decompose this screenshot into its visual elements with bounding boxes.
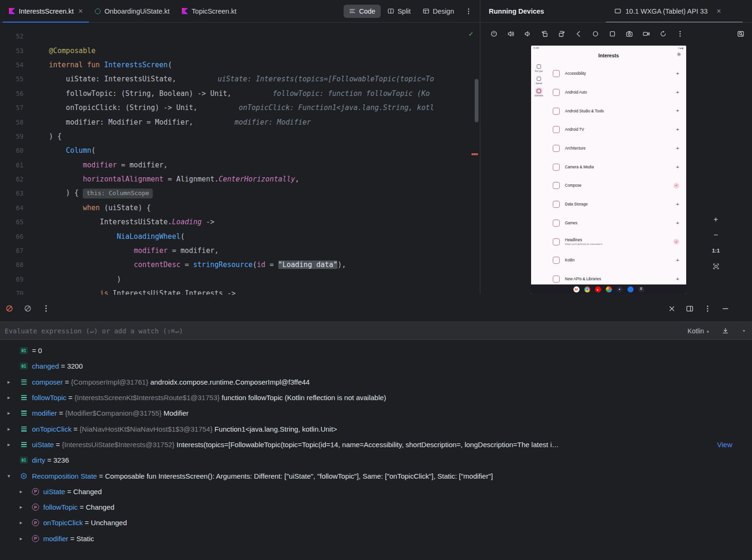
follow-plus-icon[interactable]: + [676, 90, 679, 95]
layout-settings-icon[interactable] [686, 305, 694, 313]
expand-chevron-icon[interactable]: ▾ [8, 473, 20, 479]
all-apps-app-icon[interactable]: ⠿ [638, 286, 644, 292]
followed-check-icon[interactable]: ✓ [674, 183, 679, 189]
follow-plus-icon[interactable]: + [676, 146, 679, 151]
zoom-in-button[interactable]: + [710, 213, 722, 226]
watch-row-composer[interactable]: ▸composer = {ComposerImpl@31761} android… [0, 374, 752, 390]
inspections-ok-icon[interactable]: ✓ [469, 29, 473, 38]
topic-row-data-storage[interactable]: Data Storage+ [548, 195, 686, 214]
fit-to-screen-icon[interactable] [710, 260, 722, 272]
watch-row-followtopic[interactable]: ▸followTopic = {InterestsScreenKt$Intere… [0, 390, 752, 405]
power-icon[interactable] [490, 30, 498, 38]
expand-chevron-icon[interactable]: ▸ [8, 442, 20, 448]
topic-row-android-studio-tools[interactable]: Android Studio & Tools+ [548, 102, 686, 120]
follow-plus-icon[interactable]: + [676, 276, 679, 282]
compose-recomposition-icon[interactable] [5, 304, 14, 313]
view-mode-design[interactable]: Design [417, 5, 459, 18]
panel-more-icon[interactable] [704, 305, 712, 313]
topic-row-android-auto[interactable]: Android Auto+ [548, 83, 686, 102]
compose-skip-icon[interactable] [24, 304, 32, 313]
device-screen[interactable]: 5:05 ▾▰▮ Interests For youSavedInterests… [531, 46, 686, 294]
more-icon[interactable] [676, 30, 684, 38]
topic-row-new-apis-libraries[interactable]: New APIs & Libraries+ [548, 270, 686, 284]
gmail-app-icon[interactable]: M [573, 286, 580, 292]
debug-more-icon[interactable] [42, 304, 50, 313]
expand-chevron-icon[interactable]: ▸ [8, 426, 20, 432]
topic-row-compose[interactable]: Compose✓ [548, 176, 686, 195]
nav-rail-saved[interactable]: Saved [536, 77, 542, 85]
watch-row-ontopicclick[interactable]: ▸PonTopicClick = Unchanged [0, 515, 752, 530]
follow-plus-icon[interactable]: + [676, 108, 679, 114]
editor-more-icon[interactable] [465, 8, 472, 15]
watch-row-changed[interactable]: 01changed = 3200 [0, 358, 752, 374]
topic-row-accessibility[interactable]: Accessibility+ [548, 64, 686, 83]
app1-app-icon[interactable]: ● [617, 286, 623, 292]
follow-plus-icon[interactable]: + [676, 127, 679, 133]
watch-row-modifier[interactable]: ▸modifier = {Modifier$Companion@31755} M… [0, 405, 752, 421]
language-selector[interactable]: Kotlin ▴ [688, 327, 709, 335]
zoom-reset-button[interactable]: 1:1 [710, 245, 722, 257]
follow-plus-icon[interactable]: + [676, 71, 679, 77]
rotate-left-icon[interactable] [541, 30, 548, 38]
followed-check-icon[interactable]: ✓ [674, 239, 679, 245]
code-editor[interactable]: 5253@Composable54internal fun InterestsS… [0, 23, 480, 295]
topic-row-headlines[interactable]: HeadlinesNews you'll definitely be inter… [548, 232, 686, 251]
follow-plus-icon[interactable]: + [676, 165, 679, 170]
expand-chevron-icon[interactable]: ▸ [20, 489, 32, 495]
nav-rail-interests[interactable]: Interests [534, 89, 543, 97]
watch-row-uistate[interactable]: ▸uiState = {InterestsUiState$Interests@3… [0, 437, 752, 452]
topic-row-android-tv[interactable]: Android TV+ [548, 120, 686, 139]
home-icon[interactable] [592, 30, 599, 38]
view-mode-split[interactable]: Split [382, 5, 416, 18]
reset-icon[interactable] [659, 30, 667, 38]
expand-chevron-icon[interactable]: ▸ [8, 394, 20, 401]
app2-app-icon[interactable] [627, 286, 634, 292]
follow-plus-icon[interactable]: + [676, 202, 679, 207]
topic-row-camera-media[interactable]: Camera & Media+ [548, 158, 686, 176]
device-tab[interactable]: 10.1 WXGA (Tablet) API 33 × [609, 0, 727, 22]
editor-tab-topicscreen-kt[interactable]: TopicScreen.kt [176, 0, 243, 22]
error-stripe-mark[interactable] [471, 153, 478, 155]
screen-search-icon[interactable] [737, 30, 744, 38]
topic-row-kotlin[interactable]: Kotlin+ [548, 251, 686, 270]
expand-chevron-icon[interactable]: ▸ [8, 379, 20, 385]
evaluate-expression-bar[interactable]: Evaluate expression (↵) or add a watch (… [0, 322, 752, 340]
back-icon[interactable] [575, 30, 582, 38]
settings-gear-icon[interactable] [676, 52, 682, 57]
close-panel-icon[interactable] [668, 305, 676, 313]
watch-row-modifier[interactable]: ▸Pmodifier = Static [0, 531, 752, 546]
view-link[interactable]: View [717, 441, 732, 449]
topic-row-games[interactable]: Games+ [548, 214, 686, 233]
expand-chevron-icon[interactable]: ▸ [20, 504, 32, 510]
zoom-out-button[interactable]: − [710, 229, 722, 241]
hide-panel-icon[interactable] [721, 305, 729, 313]
photos-app-icon[interactable] [606, 286, 612, 292]
close-device-tab-icon[interactable]: × [717, 7, 721, 16]
youtube-app-icon[interactable]: ▸ [595, 286, 601, 292]
screenshot-icon[interactable] [626, 30, 633, 38]
view-mode-code[interactable]: Code [344, 5, 381, 18]
watch-row[interactable]: 01= 0 [0, 343, 752, 358]
editor-scrollbar[interactable] [475, 79, 478, 122]
rotate-right-icon[interactable] [558, 30, 565, 38]
volume-down-icon[interactable] [524, 30, 532, 38]
follow-plus-icon[interactable]: + [676, 258, 679, 263]
editor-tab-onboardinguistate-kt[interactable]: OnboardingUiState.kt [89, 0, 176, 22]
expand-chevron-icon[interactable]: ▸ [20, 520, 32, 526]
topic-row-architecture[interactable]: Architecture+ [548, 139, 686, 158]
watch-row-uistate[interactable]: ▸PuiState = Changed [0, 484, 752, 499]
record-icon[interactable] [642, 30, 650, 38]
nav-rail-for-you[interactable]: For you [535, 64, 542, 72]
watch-row-followtopic[interactable]: ▸PfollowTopic = Changed [0, 499, 752, 515]
close-tab-icon[interactable]: × [78, 8, 83, 15]
volume-up-icon[interactable] [507, 30, 515, 38]
expand-chevron-icon[interactable]: ▸ [20, 536, 32, 542]
watch-row-dirty[interactable]: 01dirty = 3236 [0, 452, 752, 468]
watch-row-recomposition-state[interactable]: ▾Recomposition State = Composable fun In… [0, 468, 752, 483]
expand-evaluate-icon[interactable]: ▾ [742, 328, 745, 334]
add-to-watches-icon[interactable] [722, 327, 729, 334]
overview-icon[interactable] [609, 30, 616, 38]
chrome-app-icon[interactable] [584, 286, 590, 292]
editor-tab-interestsscreen-kt[interactable]: InterestsScreen.kt× [3, 0, 89, 22]
follow-plus-icon[interactable]: + [676, 221, 679, 226]
